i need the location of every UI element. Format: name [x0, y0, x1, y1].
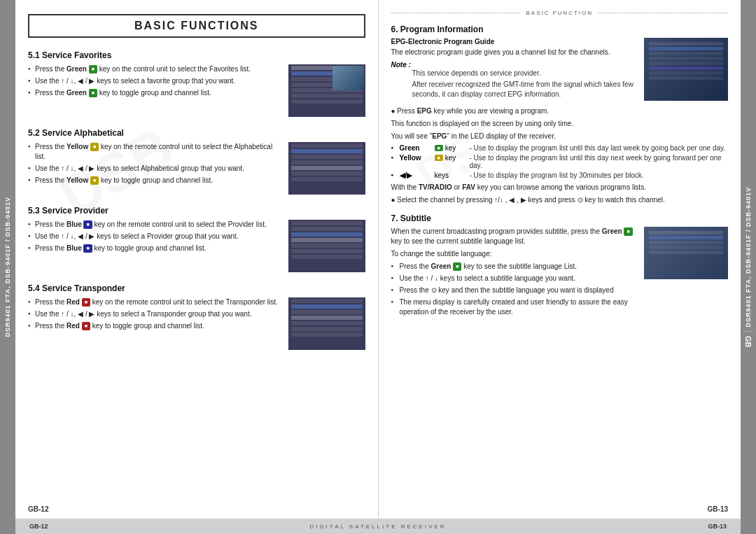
section-6-epg: ● Press EPG key while you are viewing a … — [391, 106, 729, 116]
list-item: Use the ↑ / ↓, ◀ / ▶ keys to select a Tr… — [28, 309, 281, 319]
section-6-led: You will see "EPG" in the LED display of… — [391, 132, 729, 141]
section-7-list: Press the Green ■ key to see the subtitl… — [391, 262, 638, 317]
list-item: Use the ↑ / ↓ keys to select a subtitle … — [391, 274, 638, 283]
color-yellow-label: Yellow — [400, 154, 435, 162]
color-label-green: Green — [66, 65, 87, 73]
ss-row — [291, 304, 363, 309]
color-label-blue: Blue — [66, 220, 82, 228]
left-page: DSB BASIC FUNCTIONS 5.1 Service Favorite… — [15, 0, 379, 519]
section-5-2-list: Press the Yellow ■ key on the remote con… — [28, 142, 281, 185]
section-6-browse: With the TV/RADIO or FAV key you can bro… — [391, 183, 729, 192]
header-dots-right — [598, 13, 728, 13]
section-6-split: EPG-Electronic Program Guide The electro… — [391, 38, 729, 102]
green-label: Green — [602, 227, 622, 235]
ss-row — [291, 332, 363, 337]
ss-row — [291, 160, 363, 164]
section-7-text-area: When the current broadcasting program pr… — [391, 227, 638, 320]
ss-row — [291, 149, 363, 153]
section-5-3-text: Press the Blue ■ key on the remote contr… — [28, 220, 281, 272]
footer-center-text: DIGITAL SATELLITE RECEIVER — [309, 524, 446, 530]
note-items: This service depends on service provider… — [412, 69, 638, 99]
screenshot-6 — [644, 38, 728, 101]
ss-image — [332, 66, 364, 90]
section-5-1-text: Press the Green ■ key on the control uni… — [28, 64, 281, 117]
list-item: Press the Yellow ■ key on the remote con… — [28, 142, 281, 162]
section-6-title: 6. Program Information — [391, 24, 729, 34]
list-item: Press the Red ■ key to toggle group and … — [28, 321, 281, 331]
section-5-3: 5.3 Service Provider Press the Blue ■ ke… — [28, 206, 365, 272]
screenshot-7 — [644, 227, 728, 279]
ss-row — [291, 171, 363, 176]
list-item: Press the Blue ■ key to toggle group and… — [28, 244, 281, 253]
screenshot-5-3 — [288, 220, 365, 272]
green-label-2: Green — [431, 262, 451, 270]
green-key-subtitle: ■ — [624, 227, 632, 236]
section-6-text-area: EPG-Electronic Program Guide The electro… — [391, 38, 638, 102]
main-content: DSB BASIC FUNCTIONS 5.1 Service Favorite… — [15, 0, 741, 534]
fav-label: FAV — [462, 183, 475, 191]
ss-row — [291, 327, 363, 331]
header-title: BASIC FUNCTION — [520, 10, 598, 16]
ss-row — [291, 299, 363, 303]
list-item: The menu display is carefully created an… — [391, 297, 638, 317]
section-5-4-list: Press the Red ■ key on the remote contro… — [28, 297, 281, 331]
section-6-display: This function is displayed on the screen… — [391, 119, 729, 129]
color-label-red: Red — [66, 322, 80, 330]
gb-tab-text: GB — [744, 336, 752, 348]
section-5-4-text: Press the Red ■ key on the remote contro… — [28, 297, 281, 350]
section-5-1: 5.1 Service Favorites Press the Green ■ … — [28, 50, 365, 117]
color-label-blue: Blue — [66, 244, 82, 252]
screenshot-5-1 — [288, 64, 365, 117]
yellow-key-small: ■ — [435, 155, 443, 161]
color-yellow-key: ■ key — [435, 154, 470, 162]
right-page: DSB BASIC FUNCTION 6. Program Informatio… — [379, 0, 741, 519]
section-7: 7. Subtitle When the current broadcastin… — [391, 213, 729, 320]
section-5-3-list: Press the Blue ■ key on the remote contr… — [28, 220, 281, 253]
right-tab-text: DSR9401 FTA, DSB-9401F / DSB-9401V — [745, 187, 752, 327]
ss-row — [291, 177, 363, 181]
ss-row — [291, 227, 363, 231]
ss-row — [291, 166, 363, 170]
ss-row — [291, 244, 363, 248]
section-5-2-title: 5.2 Service Alphabetical — [28, 128, 365, 138]
green-key: ■ — [89, 89, 97, 97]
section-7-title: 7. Subtitle — [391, 213, 729, 223]
color-item-arrows: ◀/▶ keys - Use to display the program li… — [391, 171, 729, 179]
list-item: Press the ⊙ key and then the subtitle la… — [391, 286, 638, 295]
section-5-1-title: 5.1 Service Favorites — [28, 50, 365, 60]
color-arrows-desc: - Use to display the program list by 30m… — [470, 171, 729, 179]
color-arrows-key: keys — [435, 171, 470, 179]
color-label-red: Red — [66, 298, 80, 306]
yellow-key: ■ — [90, 143, 99, 151]
ss-row — [291, 255, 363, 259]
page-num-left: GB-12 — [28, 505, 48, 513]
green-key-small: ■ — [435, 145, 443, 151]
footer-left-num: GB-12 — [29, 523, 48, 530]
section-5-3-content: Press the Blue ■ key on the remote contr… — [28, 220, 365, 272]
ss-row — [291, 238, 363, 242]
section-7-split: When the current broadcasting program pr… — [391, 227, 729, 320]
color-label-yellow: Yellow — [66, 176, 88, 184]
screenshot-5-2 — [288, 142, 365, 195]
blue-key: ■ — [83, 220, 92, 229]
color-arrows-label: ◀/▶ — [400, 171, 435, 179]
section-6-select: ● Select the channel by pressing ↑/↓ , ◀… — [391, 195, 729, 205]
list-item: Press the Blue ■ key on the remote contr… — [28, 220, 281, 230]
note-item: This service depends on service provider… — [412, 69, 638, 78]
list-item: Press the Green ■ key to toggle group an… — [28, 88, 281, 98]
section-5-1-list: Press the Green ■ key on the control uni… — [28, 64, 281, 98]
note-label: Note : — [391, 61, 411, 69]
right-page-header: BASIC FUNCTION — [391, 10, 729, 16]
section-5-1-content: Press the Green ■ key on the control uni… — [28, 64, 365, 117]
list-item: Use the ↑ / ↓, ◀ / ▶ keys to select a Pr… — [28, 232, 281, 241]
color-yellow-desc: - Use to display the program list until … — [470, 154, 729, 169]
red-key: ■ — [82, 322, 90, 330]
yellow-key: ■ — [90, 176, 99, 185]
section-6-intro: The electronic program guide gives you a… — [391, 48, 638, 57]
screenshot-5-4 — [288, 297, 365, 350]
ss-row — [291, 143, 363, 148]
section-5-2-text: Press the Yellow ■ key on the remote con… — [28, 142, 281, 195]
right-side-tab: DSR9401 FTA, DSB-9401F / DSB-9401V GB — [741, 0, 756, 534]
section-7-change: To change the subtitle language: — [391, 249, 638, 259]
list-item: Use the ↑ / ↓, ◀ / ▶ keys to select a fa… — [28, 76, 281, 86]
